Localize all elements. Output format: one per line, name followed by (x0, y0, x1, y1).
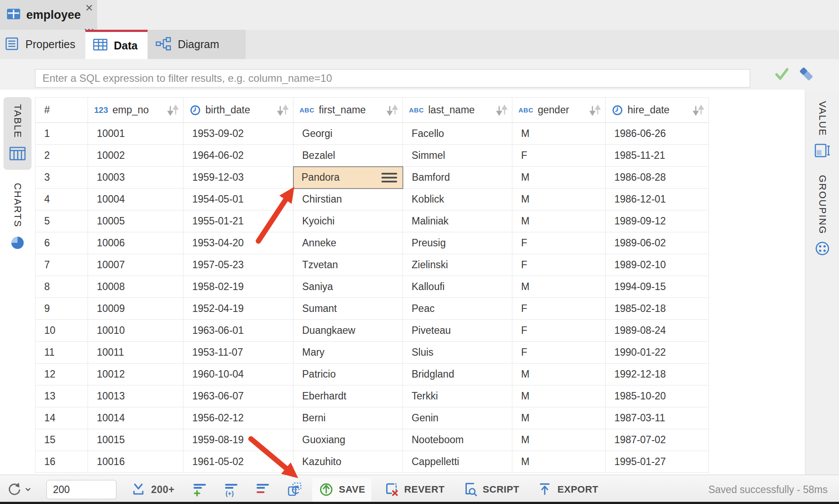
column-header-birth_date[interactable]: birth_date (183, 98, 293, 123)
cell-birth_date[interactable]: 1955-01-21 (183, 210, 293, 232)
cell-first_name[interactable]: Saniya (293, 276, 403, 298)
cell-gender[interactable]: F (512, 254, 606, 276)
tab-data[interactable]: Data (85, 30, 148, 59)
cell-first_name[interactable]: Anneke (293, 232, 403, 254)
clear-filter-button[interactable] (798, 65, 815, 84)
cell-hire_date[interactable]: 1989-06-02 (606, 232, 709, 254)
cell-last_name[interactable]: Maliniak (403, 210, 512, 232)
row-number-cell[interactable]: 10 (35, 320, 88, 342)
row-number-cell[interactable]: 16 (35, 451, 88, 473)
cell-hire_date[interactable]: 1992-12-18 (606, 364, 709, 385)
cell-birth_date[interactable]: 1958-02-19 (183, 276, 293, 298)
row-number-cell[interactable]: 8 (35, 276, 88, 298)
cell-hire_date[interactable]: 1989-08-24 (606, 320, 709, 342)
apply-filter-button[interactable] (773, 66, 790, 83)
row-number-cell[interactable]: 4 (35, 189, 88, 210)
cell-first_name[interactable]: Bezalel (293, 145, 403, 167)
cell-last_name[interactable]: Kalloufi (403, 276, 512, 298)
cell-hire_date[interactable]: 1994-09-15 (606, 276, 709, 298)
row-number-cell[interactable]: 9 (35, 298, 88, 320)
selected-cell-first_name[interactable]: Pandora (293, 167, 403, 189)
cell-emp_no[interactable]: 10013 (88, 385, 183, 407)
cell-gender[interactable]: F (512, 232, 606, 254)
export-button[interactable]: EXPORT (533, 479, 602, 501)
cell-first_name[interactable]: Duangkaew (293, 320, 403, 342)
cell-emp_no[interactable]: 10009 (88, 298, 183, 320)
chevron-down-icon[interactable] (25, 487, 32, 492)
cell-hire_date[interactable]: 1985-10-20 (606, 385, 709, 407)
cell-hire_date[interactable]: 1986-08-28 (606, 167, 709, 189)
cell-birth_date[interactable]: 1952-04-19 (183, 298, 293, 320)
sort-icon[interactable] (589, 105, 602, 116)
cell-birth_date[interactable]: 1956-02-12 (183, 407, 293, 429)
cell-last_name[interactable]: Simmel (403, 145, 512, 167)
cell-birth_date[interactable]: 1963-06-07 (183, 385, 293, 407)
cell-gender[interactable]: M (512, 385, 606, 407)
delete-row-button[interactable] (254, 480, 273, 500)
cell-gender[interactable]: M (512, 407, 606, 429)
cell-birth_date[interactable]: 1960-10-04 (183, 364, 293, 385)
refresh-icon[interactable] (6, 481, 23, 498)
cell-emp_no[interactable]: 10014 (88, 407, 183, 429)
cell-birth_date[interactable]: 1959-12-03 (183, 167, 293, 189)
cell-last_name[interactable]: Cappelletti (403, 451, 512, 473)
column-header-first_name[interactable]: ABCfirst_name (293, 98, 403, 123)
row-number-cell[interactable]: 3 (35, 167, 88, 189)
cell-birth_date[interactable]: 1963-06-01 (183, 320, 293, 342)
cell-emp_no[interactable]: 10002 (88, 145, 183, 167)
cell-emp_no[interactable]: 10007 (88, 254, 183, 276)
cell-emp_no[interactable]: 10003 (88, 167, 183, 189)
cell-emp_no[interactable]: 10001 (88, 123, 183, 145)
cell-emp_no[interactable]: 10010 (88, 320, 183, 342)
cell-last_name[interactable]: Preusig (403, 232, 512, 254)
column-header-hire_date[interactable]: hire_date (606, 98, 709, 123)
rail-tab-charts[interactable]: CHARTS (4, 176, 32, 259)
cell-last_name[interactable]: Koblick (403, 189, 512, 210)
sort-icon[interactable] (276, 105, 289, 116)
cell-emp_no[interactable]: 10004 (88, 189, 183, 210)
cell-first_name[interactable]: Eberhardt (293, 385, 403, 407)
rail-tab-grouping[interactable]: GROUPING (814, 175, 831, 259)
row-number-cell[interactable]: 2 (35, 145, 88, 167)
cell-hire_date[interactable]: 1985-11-21 (606, 145, 709, 167)
cell-first_name[interactable]: Sumant (293, 298, 403, 320)
tab-properties[interactable]: Properties (0, 30, 85, 59)
revert-button[interactable]: REVERT (380, 479, 448, 501)
cell-hire_date[interactable]: 1986-12-01 (606, 189, 709, 210)
cell-birth_date[interactable]: 1961-05-02 (183, 451, 293, 473)
refresh-linked-button[interactable] (285, 480, 304, 500)
cell-hire_date[interactable]: 1990-01-22 (606, 342, 709, 364)
cell-gender[interactable]: M (512, 123, 606, 145)
cell-birth_date[interactable]: 1954-05-01 (183, 189, 293, 210)
cell-last_name[interactable]: Terkki (403, 385, 512, 407)
cell-hire_date[interactable]: 1987-03-11 (606, 407, 709, 429)
cell-last_name[interactable]: Facello (403, 123, 512, 145)
cell-gender[interactable]: M (512, 429, 606, 451)
cell-hire_date[interactable]: 1989-09-12 (606, 210, 709, 232)
cell-gender[interactable]: M (512, 167, 606, 189)
column-header-row_num[interactable]: # (35, 98, 88, 123)
fetch-more-button[interactable]: 200+ (127, 479, 178, 501)
duplicate-row-button[interactable]: (+) (222, 480, 241, 500)
cell-emp_no[interactable]: 10005 (88, 210, 183, 232)
cell-hire_date[interactable]: 1989-02-10 (606, 254, 709, 276)
sort-icon[interactable] (495, 105, 508, 116)
cell-last_name[interactable]: Genin (403, 407, 512, 429)
cell-emp_no[interactable]: 10015 (88, 429, 183, 451)
cell-hire_date[interactable]: 1986-06-26 (606, 123, 709, 145)
rail-tab-value[interactable]: VALUE (814, 101, 831, 160)
cell-first_name[interactable]: Kazuhito (293, 451, 403, 473)
row-number-cell[interactable]: 12 (35, 364, 88, 385)
close-tab-icon[interactable]: ✕ (85, 3, 93, 13)
row-number-cell[interactable]: 15 (35, 429, 88, 451)
cell-birth_date[interactable]: 1964-06-02 (183, 145, 293, 167)
cell-first_name[interactable]: Guoxiang (293, 429, 403, 451)
cell-first_name[interactable]: Patricio (293, 364, 403, 385)
cell-gender[interactable]: M (512, 364, 606, 385)
cell-first_name[interactable]: Berni (293, 407, 403, 429)
column-header-emp_no[interactable]: 123emp_no (88, 98, 183, 123)
cell-hire_date[interactable]: 1985-02-18 (606, 298, 709, 320)
cell-hire_date[interactable]: 1995-01-27 (606, 451, 709, 473)
cell-emp_no[interactable]: 10011 (88, 342, 183, 364)
cell-emp_no[interactable]: 10006 (88, 232, 183, 254)
